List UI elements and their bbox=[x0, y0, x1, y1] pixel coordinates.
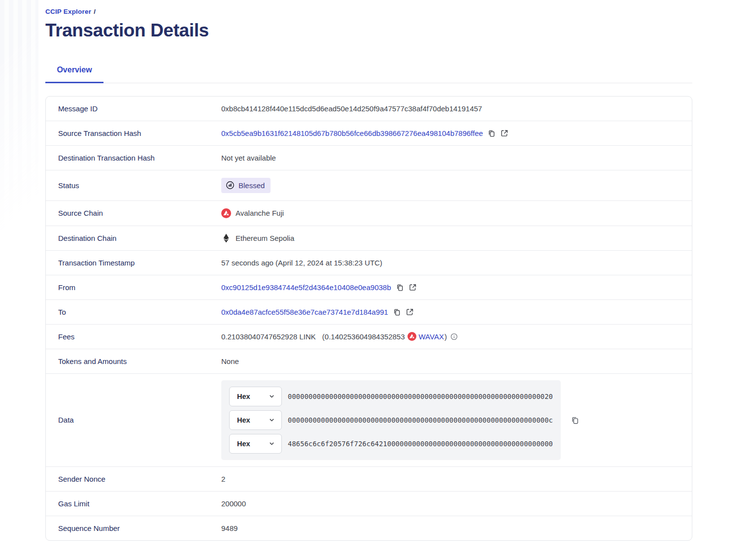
row-tokens-and-amounts: Tokens and Amounts None bbox=[46, 349, 692, 374]
external-link-icon[interactable] bbox=[406, 308, 414, 316]
copy-icon[interactable] bbox=[396, 283, 404, 292]
to-address-link[interactable]: 0x0da4e87acfce55f58e36e7cae73741e7d184a9… bbox=[221, 307, 388, 317]
field-label: Fees bbox=[46, 325, 221, 348]
data-format-select[interactable]: Hex bbox=[229, 434, 282, 454]
source-chain-value: Avalanche Fuji bbox=[221, 208, 284, 218]
row-fees: Fees 0.21038040747652928 LINK (0.1402536… bbox=[46, 325, 692, 349]
sequence-number-value: 9489 bbox=[221, 524, 238, 533]
chevron-down-icon bbox=[269, 417, 275, 423]
dest-tx-hash-value: Not yet available bbox=[221, 153, 276, 163]
data-hex-value: 0000000000000000000000000000000000000000… bbox=[288, 416, 553, 424]
dest-chain-value: Ethereum Sepolia bbox=[221, 233, 294, 243]
row-message-id: Message ID 0xb8cb414128f440e115dcd5d6ead… bbox=[46, 97, 692, 121]
data-line: Hex 000000000000000000000000000000000000… bbox=[229, 410, 553, 430]
transaction-details-page: CCIP Explorer/ Transaction Details Overv… bbox=[0, 0, 748, 541]
chevron-down-icon bbox=[269, 440, 275, 447]
fees-converted-open: (0.140253604984352853 bbox=[322, 332, 405, 341]
status-badge-label: Blessed bbox=[238, 181, 265, 190]
timestamp-value: 57 seconds ago (April 12, 2024 at 15:38:… bbox=[221, 258, 382, 267]
field-label: Destination Chain bbox=[46, 227, 221, 250]
source-chain-name: Avalanche Fuji bbox=[236, 208, 284, 218]
page-title: Transaction Details bbox=[45, 20, 692, 41]
row-source-chain: Source Chain Avalanche Fuji bbox=[46, 201, 692, 226]
dest-chain-name: Ethereum Sepolia bbox=[236, 233, 294, 243]
field-label: Transaction Timestamp bbox=[46, 251, 221, 274]
external-link-icon[interactable] bbox=[500, 129, 509, 137]
data-hex-box: Hex 000000000000000000000000000000000000… bbox=[221, 380, 561, 460]
field-label: Source Transaction Hash bbox=[46, 122, 221, 145]
field-label: Gas Limit bbox=[46, 492, 221, 515]
row-dest-chain: Destination Chain Ethereum Sepolia bbox=[46, 226, 692, 251]
chevron-down-icon bbox=[269, 393, 275, 399]
tokens-and-amounts-value: None bbox=[221, 357, 239, 366]
data-format-select[interactable]: Hex bbox=[229, 387, 282, 406]
row-status: Status Blessed bbox=[46, 170, 692, 201]
message-id-value: 0xb8cb414128f440e115dcd5d6ead50e14d250f9… bbox=[221, 104, 482, 113]
avalanche-icon bbox=[221, 208, 231, 218]
field-label: To bbox=[46, 300, 221, 324]
avalanche-icon bbox=[408, 332, 416, 341]
field-label: Destination Transaction Hash bbox=[46, 146, 221, 169]
data-line: Hex 48656c6c6f20576f726c6421000000000000… bbox=[229, 434, 553, 454]
row-data: Data Hex 0000000000000000000000000000000… bbox=[46, 374, 692, 467]
blessed-status-icon bbox=[226, 181, 235, 190]
row-source-tx-hash: Source Transaction Hash 0x5cb5ea9b1631f6… bbox=[46, 121, 692, 146]
row-sequence-number: Sequence Number 9489 bbox=[46, 516, 692, 540]
copy-icon[interactable] bbox=[393, 308, 401, 316]
data-format-selected: Hex bbox=[237, 393, 250, 400]
row-timestamp: Transaction Timestamp 57 seconds ago (Ap… bbox=[46, 251, 692, 275]
field-label: Status bbox=[46, 174, 221, 197]
data-format-select[interactable]: Hex bbox=[229, 410, 282, 430]
field-label: From bbox=[46, 276, 221, 299]
transaction-details-card: Message ID 0xb8cb414128f440e115dcd5d6ead… bbox=[45, 96, 692, 541]
field-label: Source Chain bbox=[46, 201, 221, 225]
breadcrumb: CCIP Explorer/ bbox=[45, 8, 692, 15]
wavax-token-link[interactable]: WAVAX bbox=[419, 332, 444, 341]
copy-icon[interactable] bbox=[487, 129, 496, 137]
row-from: From 0xc90125d1e9384744e5f2d4364e10408e0… bbox=[46, 275, 692, 300]
data-format-selected: Hex bbox=[237, 440, 250, 448]
tab-bar: Overview bbox=[45, 61, 692, 83]
breadcrumb-separator: / bbox=[94, 8, 96, 15]
row-sender-nonce: Sender Nonce 2 bbox=[46, 467, 692, 492]
field-label: Sender Nonce bbox=[46, 467, 221, 491]
ethereum-icon bbox=[221, 233, 231, 243]
data-hex-value: 0000000000000000000000000000000000000000… bbox=[288, 393, 553, 400]
from-address-link[interactable]: 0xc90125d1e9384744e5f2d4364e10408e0ea903… bbox=[221, 283, 391, 292]
data-line: Hex 000000000000000000000000000000000000… bbox=[229, 387, 553, 406]
row-gas-limit: Gas Limit 200000 bbox=[46, 492, 692, 516]
status-badge: Blessed bbox=[221, 178, 271, 193]
tab-overview[interactable]: Overview bbox=[45, 61, 103, 83]
fees-amount: 0.21038040747652928 LINK bbox=[221, 332, 316, 341]
external-link-icon[interactable] bbox=[408, 283, 417, 292]
gas-limit-value: 200000 bbox=[221, 499, 246, 508]
source-tx-hash-link[interactable]: 0x5cb5ea9b1631f62148105d67b780b56fce66db… bbox=[221, 129, 483, 138]
data-format-selected: Hex bbox=[237, 416, 250, 424]
row-dest-tx-hash: Destination Transaction Hash Not yet ava… bbox=[46, 146, 692, 170]
copy-icon[interactable] bbox=[571, 416, 579, 425]
field-label: Message ID bbox=[46, 97, 221, 120]
fees-converted-close: ) bbox=[444, 332, 447, 341]
row-to: To 0x0da4e87acfce55f58e36e7cae73741e7d18… bbox=[46, 300, 692, 325]
breadcrumb-ccip-explorer-link[interactable]: CCIP Explorer bbox=[45, 8, 91, 15]
field-label: Data bbox=[46, 408, 221, 431]
data-hex-value: 48656c6c6f20576f726c64210000000000000000… bbox=[288, 440, 553, 448]
info-icon[interactable] bbox=[450, 333, 458, 340]
sender-nonce-value: 2 bbox=[221, 474, 225, 484]
field-label: Tokens and Amounts bbox=[46, 350, 221, 373]
field-label: Sequence Number bbox=[46, 517, 221, 540]
